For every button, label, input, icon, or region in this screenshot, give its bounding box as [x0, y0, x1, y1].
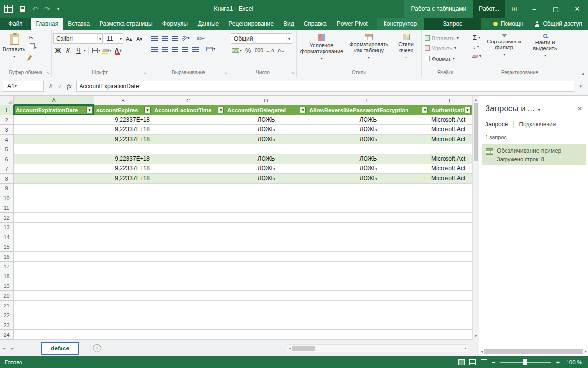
cell-B4[interactable]: 9,22337E+18 [94, 135, 152, 144]
cell-D20[interactable] [225, 291, 307, 301]
cell-F23[interactable] [429, 320, 472, 330]
cell-F3[interactable]: Microsoft.Act [429, 125, 472, 135]
cell-E3[interactable]: ЛОЖЬ [307, 125, 429, 135]
panel-close-button[interactable]: ✕ [577, 105, 582, 112]
page-break-view-button[interactable] [481, 359, 487, 365]
cell-D16[interactable] [225, 252, 307, 262]
align-center-button[interactable] [160, 44, 169, 54]
row-header-2[interactable]: 2 [0, 115, 14, 125]
cell-C8[interactable] [152, 174, 225, 184]
cell-E6[interactable]: ЛОЖЬ [307, 154, 429, 164]
cell-D22[interactable] [225, 310, 307, 320]
merge-center-button[interactable]: ▾ [205, 44, 216, 54]
cell-D19[interactable] [225, 281, 307, 291]
cell-E17[interactable] [307, 262, 429, 271]
enter-formula-button[interactable]: ✓ [58, 83, 62, 90]
cell-A8[interactable] [14, 174, 94, 184]
delete-cells-button[interactable]: Удалить▾ [423, 43, 467, 53]
conditional-formatting-button[interactable]: Условное форматирование ▾ [298, 31, 345, 68]
row-header-11[interactable]: 11 [0, 203, 14, 213]
zoom-slider[interactable] [500, 362, 551, 363]
expand-formula-bar-button[interactable]: ▾ [577, 84, 584, 89]
table-header-cell-B1[interactable]: accountExpires▾ [94, 105, 152, 115]
cancel-formula-button[interactable]: ✗ [48, 83, 53, 90]
cell-F5[interactable] [429, 144, 472, 154]
collapse-ribbon-button[interactable]: ▴ [582, 71, 584, 76]
cell-D18[interactable] [225, 271, 307, 281]
cell-D3[interactable]: ЛОЖЬ [225, 125, 307, 135]
cell-C3[interactable] [152, 125, 225, 135]
autosum-button[interactable]: Σ▾ [472, 34, 482, 41]
cell-A2[interactable] [14, 115, 94, 125]
row-header-5[interactable]: 5 [0, 144, 14, 154]
decrease-font-button[interactable]: А▾ [135, 34, 144, 43]
cell-A10[interactable] [14, 193, 94, 203]
cell-B12[interactable] [94, 213, 152, 223]
panel-tab-queries[interactable]: Запросы [485, 121, 513, 128]
cell-F24[interactable] [429, 330, 472, 340]
cell-A3[interactable] [14, 125, 94, 135]
align-right-button[interactable] [170, 44, 180, 54]
cell-E10[interactable] [307, 193, 429, 203]
align-top-button[interactable] [150, 33, 159, 42]
cell-F9[interactable] [429, 184, 472, 193]
filter-dropdown-button[interactable]: ▾ [422, 107, 428, 113]
row-header-12[interactable]: 12 [0, 213, 14, 223]
accounting-format-button[interactable]: ▾ [231, 46, 243, 55]
row-header-15[interactable]: 15 [0, 242, 14, 252]
table-header-cell-A1[interactable]: AccountExpirationDate▾ [14, 105, 94, 115]
cell-C17[interactable] [152, 262, 225, 271]
cell-C20[interactable] [152, 291, 225, 301]
cell-B18[interactable] [94, 271, 152, 281]
insert-function-button[interactable]: fx [67, 82, 71, 90]
row-header-9[interactable]: 9 [0, 184, 14, 193]
font-color-button[interactable]: А▾ [113, 46, 122, 55]
cell-E22[interactable] [307, 310, 429, 320]
horizontal-scroll-thumb[interactable] [292, 346, 315, 351]
paste-button[interactable]: Вставить ▾ [1, 31, 27, 68]
cell-C6[interactable] [152, 154, 225, 164]
cell-C22[interactable] [152, 310, 225, 320]
sheet-nav-next-icon[interactable]: ▸ [11, 346, 14, 351]
sheet-tab-deface[interactable]: deface [41, 342, 79, 355]
cell-B22[interactable] [94, 310, 152, 320]
fill-color-button[interactable]: ▾ [102, 46, 112, 55]
scroll-up-icon[interactable]: ▲ [473, 96, 479, 103]
column-header-F[interactable]: F [429, 96, 472, 105]
cell-F17[interactable] [429, 262, 472, 271]
cell-D21[interactable] [225, 301, 307, 310]
cell-D23[interactable] [225, 320, 307, 330]
cell-A6[interactable] [14, 154, 94, 164]
table-header-cell-F1[interactable]: Authenticatio▾ [429, 105, 472, 115]
save-button[interactable] [17, 0, 29, 18]
cell-B21[interactable] [94, 301, 152, 310]
row-header-14[interactable]: 14 [0, 232, 14, 242]
cell-F14[interactable] [429, 232, 472, 242]
undo-button[interactable]: ↶ [29, 0, 41, 18]
cell-F10[interactable] [429, 193, 472, 203]
cell-A16[interactable] [14, 252, 94, 262]
table-header-cell-D1[interactable]: AccountNotDelegated▾ [225, 105, 307, 115]
filter-dropdown-button[interactable]: ▾ [144, 107, 151, 113]
orientation-button[interactable]: ab▾ [181, 33, 190, 42]
cell-B19[interactable] [94, 281, 152, 291]
cell-A7[interactable] [14, 164, 94, 174]
align-middle-button[interactable] [160, 33, 169, 42]
cell-D14[interactable] [225, 232, 307, 242]
cell-D8[interactable]: ЛОЖЬ [225, 174, 307, 184]
redo-button[interactable]: ↷ [41, 0, 53, 18]
cell-D13[interactable] [225, 223, 307, 232]
font-name-combobox[interactable]: Calibri▾ [53, 33, 103, 44]
row-header-13[interactable]: 13 [0, 223, 14, 232]
row-header-17[interactable]: 17 [0, 262, 14, 271]
cell-A22[interactable] [14, 310, 94, 320]
panel-scroll-thumb[interactable] [484, 349, 583, 354]
zoom-slider-thumb[interactable] [523, 359, 527, 365]
row-header-6[interactable]: 6 [0, 154, 14, 164]
row-header-24[interactable]: 24 [0, 330, 14, 340]
font-dialog-launcher[interactable]: ↘ [143, 71, 146, 75]
cell-C4[interactable] [152, 135, 225, 144]
ribbon-display-options-button[interactable]: ⊞ [505, 0, 524, 18]
cell-C24[interactable] [152, 330, 225, 340]
cell-B6[interactable]: 9,22337E+18 [94, 154, 152, 164]
